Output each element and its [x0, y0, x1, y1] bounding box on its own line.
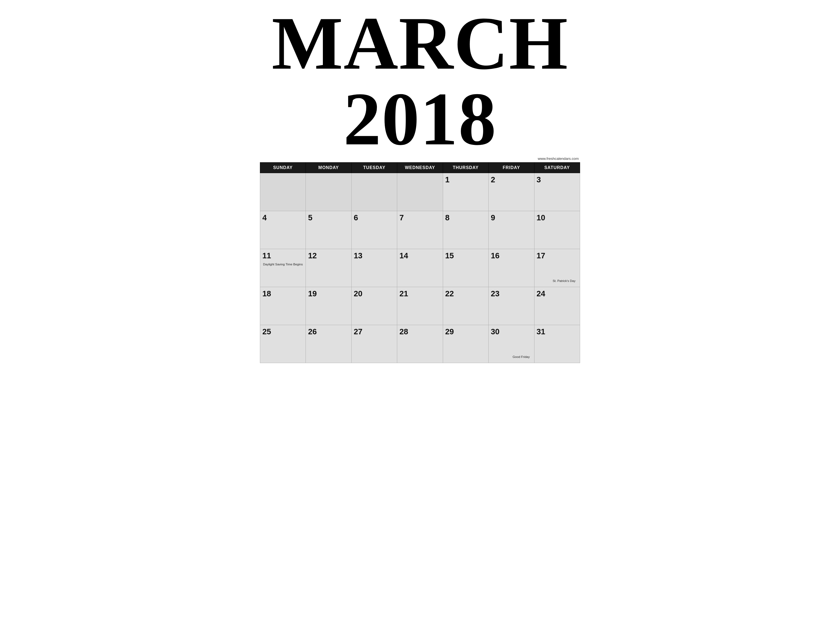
calendar-cell-11: 11Daylight Saving Time Begins [260, 249, 306, 287]
calendar-cell-26: 26 [306, 325, 351, 363]
cell-inner: 5 [308, 213, 349, 247]
week-row-5: 252627282930Good Friday31 [260, 325, 580, 363]
cell-inner: 25 [262, 327, 303, 361]
calendar-cell-5: 5 [306, 211, 351, 249]
cell-inner: 15 [445, 251, 486, 285]
day-header-saturday: SATURDAY [534, 163, 580, 173]
day-number: 17 [537, 251, 578, 260]
day-header-wednesday: WEDNESDAY [397, 163, 443, 173]
week-row-2: 45678910 [260, 211, 580, 249]
day-number: 7 [399, 213, 440, 222]
cell-inner: 26 [308, 327, 349, 361]
calendar-cell-12: 12 [306, 249, 351, 287]
calendar-header: MARCH 2018 www.freshcalendars.com [260, 3, 580, 162]
cell-inner: 8 [445, 213, 486, 247]
calendar-cell-17: 17St. Patrick's Day [534, 249, 580, 287]
event-text: Good Friday [513, 355, 530, 358]
cell-inner: 18 [262, 289, 303, 322]
calendar-cell-9: 9 [489, 211, 534, 249]
day-number: 9 [491, 213, 532, 222]
cell-inner: 19 [308, 289, 349, 322]
day-number: 29 [445, 327, 486, 336]
cell-inner: 31 [537, 327, 578, 361]
calendar-cell-28: 28 [397, 325, 443, 363]
cell-inner: 7 [399, 213, 440, 247]
day-number: 23 [491, 289, 532, 298]
day-number: 3 [537, 175, 578, 184]
days-header-row: SUNDAYMONDAYTUESDAYWEDNESDAYTHURSDAYFRID… [260, 163, 580, 173]
calendar-cell-empty-0-0 [260, 173, 306, 211]
day-number: 15 [445, 251, 486, 260]
calendar-cell-20: 20 [351, 287, 397, 325]
calendar-cell-19: 19 [306, 287, 351, 325]
calendar-cell-21: 21 [397, 287, 443, 325]
day-number: 30 [491, 327, 532, 336]
day-header-tuesday: TUESDAY [351, 163, 397, 173]
calendar-cell-15: 15 [443, 249, 488, 287]
cell-inner: 14 [399, 251, 440, 285]
day-number: 13 [354, 251, 395, 260]
calendar-cell-empty-0-3 [397, 173, 443, 211]
day-header-thursday: THURSDAY [443, 163, 488, 173]
cell-inner: 1 [445, 175, 486, 209]
calendar-cell-24: 24 [534, 287, 580, 325]
day-number: 24 [537, 289, 578, 298]
cell-inner: 17St. Patrick's Day [537, 251, 578, 285]
calendar-table: SUNDAYMONDAYTUESDAYWEDNESDAYTHURSDAYFRID… [260, 162, 580, 363]
day-number: 27 [354, 327, 395, 336]
day-number: 8 [445, 213, 486, 222]
calendar-cell-18: 18 [260, 287, 306, 325]
day-number: 28 [399, 327, 440, 336]
cell-inner [399, 175, 440, 209]
day-number: 22 [445, 289, 486, 298]
day-number: 1 [445, 175, 486, 184]
cell-inner: 20 [354, 289, 395, 322]
calendar-body: 1234567891011Daylight Saving Time Begins… [260, 173, 580, 363]
cell-inner: 3 [537, 175, 578, 209]
calendar-cell-14: 14 [397, 249, 443, 287]
calendar-cell-16: 16 [489, 249, 534, 287]
day-number: 5 [308, 213, 349, 222]
calendar-cell-31: 31 [534, 325, 580, 363]
calendar-cell-1: 1 [443, 173, 488, 211]
day-number: 19 [308, 289, 349, 298]
calendar-title: MARCH 2018 [260, 5, 580, 156]
day-number: 16 [491, 251, 532, 260]
day-header-monday: MONDAY [306, 163, 351, 173]
cell-inner: 9 [491, 213, 532, 247]
week-row-3: 11Daylight Saving Time Begins12131415161… [260, 249, 580, 287]
cell-inner: 12 [308, 251, 349, 285]
day-number: 2 [491, 175, 532, 184]
day-number: 25 [262, 327, 303, 336]
cell-inner: 10 [537, 213, 578, 247]
calendar-cell-8: 8 [443, 211, 488, 249]
cell-inner: 2 [491, 175, 532, 209]
cell-inner: 23 [491, 289, 532, 322]
calendar-cell-2: 2 [489, 173, 534, 211]
calendar-cell-27: 27 [351, 325, 397, 363]
calendar-cell-10: 10 [534, 211, 580, 249]
calendar-cell-13: 13 [351, 249, 397, 287]
day-number: 4 [262, 213, 303, 222]
week-row-4: 18192021222324 [260, 287, 580, 325]
cell-inner: 27 [354, 327, 395, 361]
cell-inner: 13 [354, 251, 395, 285]
day-number: 10 [537, 213, 578, 222]
day-number: 11 [262, 251, 303, 260]
calendar-container: MARCH 2018 www.freshcalendars.com SUNDAY… [260, 3, 580, 363]
calendar-cell-empty-0-2 [351, 173, 397, 211]
day-number: 14 [399, 251, 440, 260]
week-row-1: 123 [260, 173, 580, 211]
calendar-cell-30: 30Good Friday [489, 325, 534, 363]
calendar-cell-7: 7 [397, 211, 443, 249]
cell-inner: 24 [537, 289, 578, 322]
cell-inner: 28 [399, 327, 440, 361]
calendar-cell-4: 4 [260, 211, 306, 249]
day-number: 26 [308, 327, 349, 336]
cell-inner: 21 [399, 289, 440, 322]
cell-inner: 4 [262, 213, 303, 247]
cell-inner [262, 175, 303, 209]
cell-inner: 11Daylight Saving Time Begins [262, 251, 303, 285]
day-number: 31 [537, 327, 578, 336]
cell-inner: 22 [445, 289, 486, 322]
